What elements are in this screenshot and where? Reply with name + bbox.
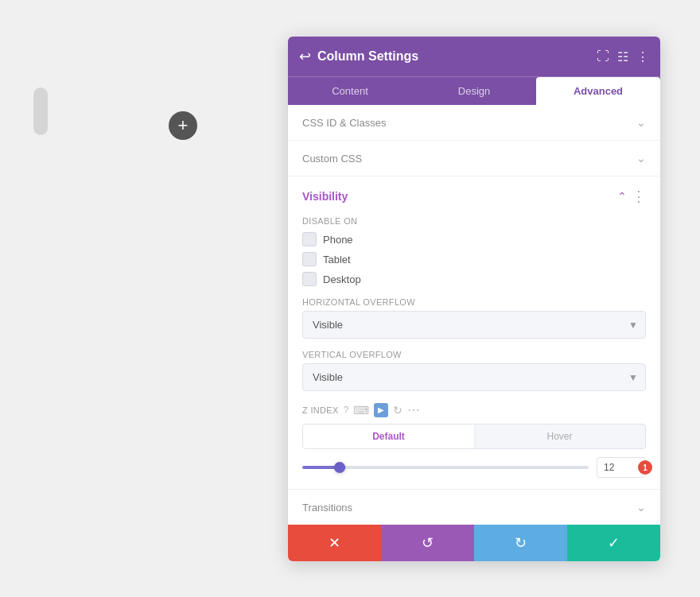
z-index-section: Z Index ? ⌨ ▶ ↻ ⋯ Default Hover	[302, 402, 646, 478]
tab-content[interactable]: Content	[288, 77, 412, 105]
visibility-section: Visibility ⌃ ⋮ Disable on Phone Tablet D…	[288, 176, 660, 490]
default-hover-tabs: Default Hover	[302, 424, 646, 449]
vertical-overflow-select[interactable]: Visible Hidden Scroll Auto	[302, 363, 646, 391]
z-index-input-wrap: 1	[597, 457, 646, 478]
horizontal-overflow-group: Horizontal Overflow Visible Hidden Scrol…	[302, 297, 646, 339]
column-settings-panel: ↩ Column Settings ⛶ ☷ ⋮ Content Design A…	[288, 37, 660, 561]
panel-header: ↩ Column Settings ⛶ ☷ ⋮	[288, 37, 660, 76]
custom-css-section[interactable]: Custom CSS ⌄	[288, 141, 660, 176]
tablet-checkbox-row[interactable]: Tablet	[302, 252, 646, 266]
hover-tab[interactable]: Hover	[474, 424, 645, 448]
cancel-icon: ✕	[329, 534, 340, 552]
fullscreen-icon[interactable]: ⛶	[597, 49, 609, 64]
header-left: ↩ Column Settings	[299, 48, 418, 65]
tab-advanced[interactable]: Advanced	[536, 77, 660, 105]
css-id-classes-section[interactable]: CSS ID & Classes ⌄	[288, 105, 660, 141]
custom-css-arrow: ⌄	[636, 152, 646, 165]
tablet-checkbox[interactable]	[302, 252, 317, 266]
panel-body: CSS ID & Classes ⌄ Custom CSS ⌄ Visibili…	[288, 105, 660, 525]
page-scrollbar	[33, 87, 48, 135]
desktop-label: Desktop	[323, 273, 361, 285]
panel-title: Column Settings	[317, 49, 418, 64]
horizontal-overflow-label: Horizontal Overflow	[302, 297, 646, 307]
css-id-classes-label: CSS ID & Classes	[302, 117, 386, 129]
z-index-device-icon[interactable]: ⌨	[353, 404, 369, 417]
cancel-button[interactable]: ✕	[288, 525, 381, 561]
horizontal-overflow-select-wrap: Visible Hidden Scroll Auto ▼	[302, 311, 646, 339]
visibility-header: Visibility ⌃ ⋮	[302, 188, 646, 205]
panel-footer: ✕ ↺ ↻ ✓	[288, 525, 660, 561]
header-right: ⛶ ☷ ⋮	[597, 49, 649, 64]
back-icon[interactable]: ↩	[299, 48, 311, 65]
tab-design[interactable]: Design	[412, 77, 536, 105]
transitions-label: Transitions	[302, 502, 352, 514]
z-index-label: Z Index	[302, 405, 339, 415]
custom-css-label: Custom CSS	[302, 153, 362, 165]
more-icon[interactable]: ⋮	[636, 49, 649, 64]
default-tab[interactable]: Default	[303, 424, 474, 448]
transitions-arrow: ⌄	[636, 501, 646, 514]
phone-checkbox-row[interactable]: Phone	[302, 232, 646, 246]
phone-checkbox[interactable]	[302, 232, 317, 246]
z-index-badge: 1	[638, 460, 652, 475]
visibility-title: Visibility	[302, 190, 348, 203]
z-index-reset-icon[interactable]: ↻	[393, 404, 402, 417]
z-index-more-icon[interactable]: ⋯	[407, 402, 420, 417]
disable-on-label: Disable on	[302, 216, 646, 226]
reset-button[interactable]: ↺	[381, 525, 474, 561]
visibility-more-icon[interactable]: ⋮	[632, 188, 646, 205]
desktop-checkbox-row[interactable]: Desktop	[302, 272, 646, 286]
visibility-collapse-icon[interactable]: ⌃	[617, 190, 627, 203]
redo-icon: ↻	[515, 534, 527, 552]
transitions-section[interactable]: Transitions ⌄	[288, 490, 660, 525]
save-icon: ✓	[608, 534, 620, 552]
add-button[interactable]: +	[169, 111, 197, 140]
z-index-slider-thumb[interactable]	[334, 462, 345, 473]
reset-icon: ↺	[422, 534, 434, 552]
tablet-label: Tablet	[323, 254, 351, 266]
vertical-overflow-group: Vertical Overflow Visible Hidden Scroll …	[302, 350, 646, 391]
z-index-help-icon[interactable]: ?	[344, 405, 349, 416]
panel-tabs: Content Design Advanced	[288, 76, 660, 105]
z-index-header: Z Index ? ⌨ ▶ ↻ ⋯	[302, 402, 646, 417]
z-index-slider-track[interactable]	[302, 466, 589, 469]
save-button[interactable]: ✓	[567, 525, 660, 561]
phone-label: Phone	[323, 234, 353, 246]
visibility-header-controls: ⌃ ⋮	[617, 188, 646, 205]
vertical-overflow-select-wrap: Visible Hidden Scroll Auto ▼	[302, 363, 646, 391]
desktop-checkbox[interactable]	[302, 272, 317, 286]
horizontal-overflow-select[interactable]: Visible Hidden Scroll Auto	[302, 311, 646, 339]
grid-icon[interactable]: ☷	[617, 49, 628, 64]
css-id-classes-arrow: ⌄	[636, 116, 646, 129]
z-index-blue-icon[interactable]: ▶	[374, 403, 388, 417]
vertical-overflow-label: Vertical Overflow	[302, 350, 646, 359]
z-index-slider-row: 1	[302, 457, 646, 478]
redo-button[interactable]: ↻	[474, 525, 567, 561]
